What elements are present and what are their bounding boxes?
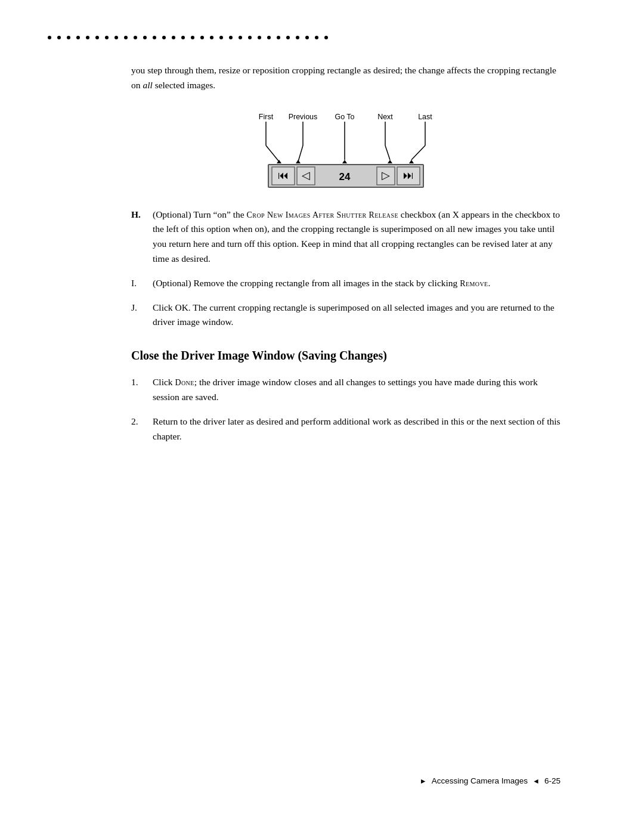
numbered-list: 1. Click Done; the driver image window c… [131, 375, 561, 444]
item-label-j: J. [131, 301, 143, 330]
dot [210, 36, 213, 39]
arrow-last [409, 160, 414, 163]
item-label-i: I. [131, 276, 143, 291]
list-item-1: 1. Click Done; the driver image window c… [131, 375, 561, 405]
svg-text:⏮: ⏮ [278, 169, 289, 181]
dot [57, 36, 61, 39]
dot [200, 36, 204, 39]
dot [162, 36, 166, 39]
svg-line-1 [266, 145, 279, 162]
dot [324, 36, 328, 39]
dot [219, 36, 223, 39]
dot [286, 36, 290, 39]
list-num-2: 2. [131, 414, 143, 444]
nav-number: 24 [339, 171, 351, 182]
item-content-i: (Optional) Remove the cropping rectangle… [153, 276, 490, 291]
done-label: Done [175, 378, 194, 387]
list-item-h: H. (Optional) Turn “on” the Crop New Ima… [131, 208, 561, 267]
svg-text:⏭: ⏭ [403, 169, 414, 181]
list-item-j: J. Click OK. The current cropping rectan… [131, 301, 561, 330]
arrow-first [277, 160, 281, 163]
label-goto: Go To [335, 113, 354, 121]
list-text-1: Click Done; the driver image window clos… [153, 375, 561, 405]
label-last: Last [418, 113, 432, 121]
dot [86, 36, 89, 39]
dot [248, 36, 252, 39]
dot [48, 36, 51, 39]
svg-line-6 [385, 145, 390, 160]
label-previous: Previous [289, 113, 318, 121]
dot [181, 36, 185, 39]
dot [305, 36, 309, 39]
svg-text:▷: ▷ [382, 169, 390, 181]
arrow-next [388, 160, 392, 163]
dot [239, 36, 242, 39]
item-content-h: (Optional) Turn “on” the Crop New Images… [153, 208, 561, 267]
dot [153, 36, 156, 39]
dot [67, 36, 70, 39]
dot [76, 36, 80, 39]
item-content-j: Click OK. The current cropping rectangle… [153, 301, 561, 330]
dot [134, 36, 137, 39]
dot [191, 36, 194, 39]
svg-line-3 [298, 145, 303, 162]
dot [315, 36, 318, 39]
dot [114, 36, 118, 39]
dot [229, 36, 233, 39]
dot [172, 36, 175, 39]
label-next: Next [377, 113, 393, 121]
item-label-h: H. [131, 208, 143, 267]
diagram-top: First Previous Go To Next Last [250, 111, 441, 188]
intro-paragraph: you step through them, resize or reposit… [131, 63, 561, 93]
arrow-goto [342, 160, 347, 163]
dot [143, 36, 147, 39]
dots-row [0, 0, 644, 63]
dot [258, 36, 261, 39]
footer-page-num: 6-25 [544, 776, 561, 785]
arrow-previous [296, 160, 301, 163]
svg-line-8 [411, 145, 425, 160]
footer-arrow-left: ◄ [532, 777, 540, 785]
svg-text:◁: ◁ [302, 169, 310, 181]
page-container: you step through them, resize or reposit… [0, 0, 644, 833]
label-first: First [259, 113, 274, 121]
content-area: you step through them, resize or reposit… [0, 63, 644, 444]
dot [277, 36, 280, 39]
dot [124, 36, 128, 39]
remove-label: Remove [460, 279, 488, 288]
list-num-1: 1. [131, 375, 143, 405]
page-footer: ► Accessing Camera Images ◄ 6-25 [420, 776, 561, 785]
dot [267, 36, 271, 39]
crop-option-label: Crop New Images After Shutter Release [247, 210, 398, 219]
footer-text: Accessing Camera Images [432, 776, 528, 785]
dot [105, 36, 109, 39]
list-text-2: Return to the driver later as desired an… [153, 414, 561, 444]
diagram-svg: First Previous Go To Next Last [250, 111, 441, 188]
list-item-2: 2. Return to the driver later as desired… [131, 414, 561, 444]
nav-diagram: First Previous Go To Next Last [131, 111, 561, 188]
list-item-i: I. (Optional) Remove the cropping rectan… [131, 276, 561, 291]
dot [296, 36, 299, 39]
footer-arrow-right: ► [420, 777, 427, 785]
section-heading: Close the Driver Image Window (Saving Ch… [131, 348, 561, 363]
dot [95, 36, 99, 39]
